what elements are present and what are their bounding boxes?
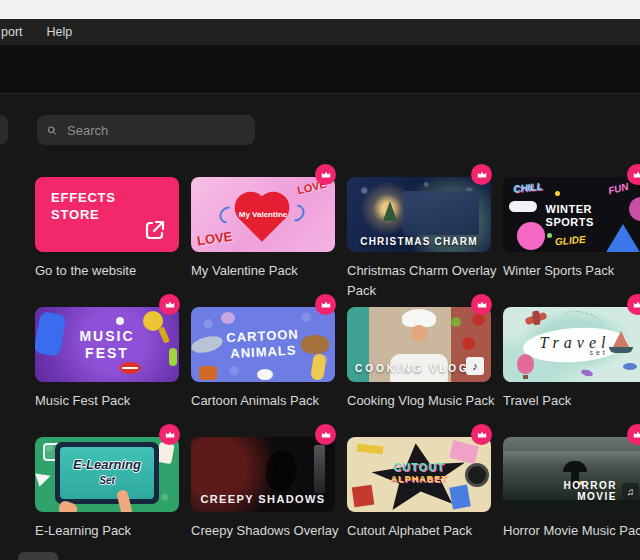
pack-label[interactable]: My Valentine Pack bbox=[191, 261, 343, 281]
tablet-screen-decoration bbox=[60, 447, 154, 499]
pack-row-3: E-Learning Set E-Learning Pack CREEPY SH… bbox=[35, 437, 640, 541]
pack-cell: Travel set Travel Pack bbox=[503, 307, 640, 411]
pack-card-horror-movie[interactable]: HORROR MOVIE ♫ bbox=[503, 437, 640, 512]
pack-label[interactable]: Cooking Vlog Music Pack bbox=[347, 391, 499, 411]
plane-decoration bbox=[524, 312, 547, 325]
pack-card-cutout-alphabet[interactable]: CUTOUT ALPHABET bbox=[347, 437, 491, 512]
art-word: CUTOUT bbox=[393, 461, 445, 473]
pack-art: CHRISTMAS CHARM bbox=[347, 177, 491, 252]
pepper-decoration bbox=[472, 313, 485, 326]
pack-card-christmas-charm[interactable]: CHRISTMAS CHARM bbox=[347, 177, 491, 252]
crown-icon bbox=[320, 169, 332, 181]
pack-cell: EFFECTS STORE Go to the website bbox=[35, 177, 179, 301]
crown-icon bbox=[632, 169, 640, 181]
art-subtitle: Set bbox=[99, 475, 115, 486]
dot-decoration bbox=[555, 191, 560, 196]
pack-art: COOKING VLOG ♪ bbox=[347, 307, 491, 382]
koala-decoration bbox=[221, 312, 235, 324]
pack-label[interactable]: Cartoon Animals Pack bbox=[191, 391, 343, 411]
effects-store-card[interactable]: EFFECTS STORE bbox=[35, 177, 179, 252]
vegetable-decoration bbox=[451, 317, 461, 327]
sailboat-decoration bbox=[609, 347, 633, 353]
pepper-decoration bbox=[462, 337, 475, 350]
pack-cell: HORROR MOVIE ♫ Horror Movie Music Pack bbox=[503, 437, 640, 541]
pack-row-2: MUSIC FEST Music Fest Pack CARTOON ANIMA… bbox=[35, 307, 640, 411]
pack-art: CHILL FUN WINTER SPORTS GLIDE bbox=[503, 177, 640, 252]
art-word: GLIDE bbox=[555, 234, 586, 248]
pack-cell: CHRISTMAS CHARM Christmas Charm Overlay … bbox=[347, 177, 491, 301]
paper-scrap-decoration bbox=[352, 485, 375, 508]
art-title: E-Learning bbox=[73, 457, 141, 472]
microphone-decoration bbox=[158, 326, 170, 343]
christmas-tree-decoration bbox=[383, 201, 397, 221]
pack-card-cooking-vlog[interactable]: COOKING VLOG ♪ bbox=[347, 307, 491, 382]
pack-label[interactable]: E-Learning Pack bbox=[35, 521, 187, 541]
pack-cell: CARTOON ANIMALS Cartoon Animals Pack bbox=[191, 307, 335, 411]
effects-store-title: EFFECTS STORE bbox=[51, 189, 143, 223]
menu-item-export-cropped[interactable]: port bbox=[1, 25, 23, 39]
pack-art: CARTOON ANIMALS bbox=[191, 307, 335, 382]
pack-label[interactable]: Music Fest Pack bbox=[35, 391, 187, 411]
art-word: CHILL bbox=[513, 180, 543, 194]
photo-decoration bbox=[403, 191, 479, 235]
lips-decoration bbox=[119, 362, 141, 374]
pack-art: E-Learning Set bbox=[35, 437, 179, 512]
menu-item-help[interactable]: Help bbox=[47, 25, 73, 39]
pack-label[interactable]: Go to the website bbox=[35, 261, 187, 281]
paper-scrap-decoration bbox=[449, 440, 479, 464]
premium-crown-badge bbox=[315, 294, 336, 315]
sailboat-decoration bbox=[613, 331, 629, 347]
pack-art: MUSIC FEST bbox=[35, 307, 179, 382]
premium-crown-badge bbox=[159, 294, 180, 315]
pack-art: Travel set bbox=[503, 307, 640, 382]
crown-icon bbox=[320, 299, 332, 311]
pack-label[interactable]: Travel Pack bbox=[503, 391, 640, 411]
art-caption: CREEPY SHADOWS bbox=[191, 493, 335, 505]
art-title: WINTER SPORTS bbox=[546, 203, 616, 229]
pack-label[interactable]: Winter Sports Pack bbox=[503, 261, 640, 281]
pack-card-cartoon-animals[interactable]: CARTOON ANIMALS bbox=[191, 307, 335, 382]
pack-card-e-learning[interactable]: E-Learning Set bbox=[35, 437, 179, 512]
premium-crown-badge bbox=[471, 294, 492, 315]
calculator-decoration bbox=[156, 442, 174, 464]
art-title: My Valentine bbox=[191, 210, 335, 219]
pack-card-creepy-shadows[interactable]: CREEPY SHADOWS bbox=[191, 437, 335, 512]
art-caption-group: HORROR MOVIE ♫ bbox=[564, 480, 639, 502]
doorway-light-decoration bbox=[314, 445, 325, 493]
pack-card-travel[interactable]: Travel set bbox=[503, 307, 640, 382]
art-line: MOVIE bbox=[564, 491, 617, 502]
shadow-hand-decoration bbox=[263, 449, 299, 494]
outer-window-strip bbox=[0, 0, 640, 19]
crown-icon bbox=[476, 169, 488, 181]
art-caption: CHRISTMAS CHARM bbox=[347, 236, 491, 247]
art-word: ALPHABET bbox=[391, 474, 448, 484]
camera-lens-decoration bbox=[465, 463, 489, 487]
pack-cell: MUSIC FEST Music Fest Pack bbox=[35, 307, 179, 411]
search-icon bbox=[47, 123, 57, 138]
pack-label[interactable]: Cutout Alphabet Pack bbox=[347, 521, 499, 541]
paper-plane-decoration bbox=[35, 469, 53, 487]
fish-decoration bbox=[580, 368, 593, 377]
pack-card-music-fest[interactable]: MUSIC FEST bbox=[35, 307, 179, 382]
pack-label[interactable]: Horror Movie Music Pack bbox=[503, 521, 640, 541]
premium-crown-badge bbox=[159, 424, 180, 445]
pack-card-winter-sports[interactable]: CHILL FUN WINTER SPORTS GLIDE bbox=[503, 177, 640, 252]
pack-card-my-valentine[interactable]: LOVE My Valentine LOVE bbox=[191, 177, 335, 252]
art-title: MUSIC FEST bbox=[67, 328, 147, 362]
external-link-icon bbox=[143, 218, 167, 242]
crown-icon bbox=[476, 299, 488, 311]
search-bar[interactable] bbox=[37, 115, 255, 145]
pack-cell: CREEPY SHADOWS Creepy Shadows Overlay bbox=[191, 437, 335, 541]
pack-row-1: EFFECTS STORE Go to the website LOVE My … bbox=[35, 177, 640, 301]
dot-decoration bbox=[547, 233, 552, 238]
art-title: CARTOON ANIMALS bbox=[207, 325, 319, 363]
pack-cell: CUTOUT ALPHABET Cutout Alphabet Pack bbox=[347, 437, 491, 541]
premium-crown-badge bbox=[471, 164, 492, 185]
pack-label[interactable]: Creepy Shadows Overlay bbox=[191, 521, 343, 541]
crown-icon bbox=[632, 429, 640, 441]
partial-element-bottom bbox=[18, 552, 58, 560]
drip-decoration bbox=[169, 348, 177, 366]
effects-store-art: EFFECTS STORE bbox=[35, 177, 179, 252]
pack-cell: CHILL FUN WINTER SPORTS GLIDE Winter Spo… bbox=[503, 177, 640, 301]
search-input[interactable] bbox=[65, 122, 245, 139]
